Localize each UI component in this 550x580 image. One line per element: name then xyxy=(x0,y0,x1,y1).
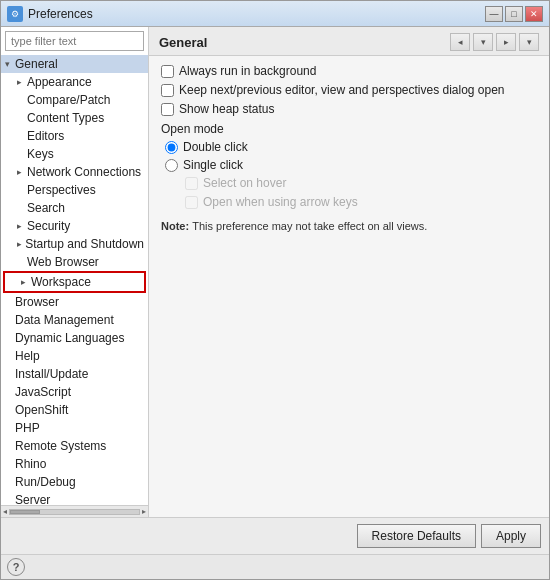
tree-arrow-appearance xyxy=(17,77,27,87)
tree-label-dynamic-languages: Dynamic Languages xyxy=(15,331,124,345)
tree-item-content-types[interactable]: Content Types xyxy=(1,109,148,127)
tree-item-startup-shutdown[interactable]: Startup and Shutdown xyxy=(1,235,148,253)
checkbox-show-heap[interactable] xyxy=(161,103,174,116)
tree-container: GeneralAppearanceCompare/PatchContent Ty… xyxy=(1,55,148,505)
tree-item-javascript[interactable]: JavaScript xyxy=(1,383,148,401)
checkbox-always-run[interactable] xyxy=(161,65,174,78)
radio-double-click[interactable] xyxy=(165,141,178,154)
tree-label-remote-systems: Remote Systems xyxy=(15,439,106,453)
tree-item-security[interactable]: Security xyxy=(1,217,148,235)
tree-label-php: PHP xyxy=(15,421,40,435)
sub-checkbox-select-on-hover xyxy=(185,177,198,190)
tree-item-install-update[interactable]: Install/Update xyxy=(1,365,148,383)
sub-option-row-open-arrow-keys: Open when using arrow keys xyxy=(185,195,537,209)
checkbox-row-always-run: Always run in background xyxy=(161,64,537,78)
tree-label-perspectives: Perspectives xyxy=(27,183,96,197)
tree-item-run-debug[interactable]: Run/Debug xyxy=(1,473,148,491)
radio-single-click[interactable] xyxy=(165,159,178,172)
tree-label-openshift: OpenShift xyxy=(15,403,68,417)
left-panel: GeneralAppearanceCompare/PatchContent Ty… xyxy=(1,27,149,517)
tree-item-general[interactable]: General xyxy=(1,55,148,73)
scroll-left-arrow[interactable]: ◂ xyxy=(3,507,7,516)
tree-label-help: Help xyxy=(15,349,40,363)
sub-checkbox-open-arrow-keys xyxy=(185,196,198,209)
section-title: General xyxy=(159,35,207,50)
tree-arrow-workspace xyxy=(21,277,31,287)
tree-label-search: Search xyxy=(27,201,65,215)
nav-dropdown2-button[interactable]: ▾ xyxy=(519,33,539,51)
titlebar-controls[interactable]: — □ ✕ xyxy=(485,6,543,22)
nav-dropdown-button[interactable]: ▾ xyxy=(473,33,493,51)
tree-item-data-management[interactable]: Data Management xyxy=(1,311,148,329)
tree-item-appearance[interactable]: Appearance xyxy=(1,73,148,91)
radio-row-single-click: Single click xyxy=(165,158,537,172)
bottom-bar: Restore Defaults Apply xyxy=(1,517,549,554)
tree-label-security: Security xyxy=(27,219,70,233)
tree-item-workspace[interactable]: Workspace xyxy=(3,271,146,293)
right-panel: General ◂ ▾ ▸ ▾ Always run in background… xyxy=(149,27,549,517)
tree-item-dynamic-languages[interactable]: Dynamic Languages xyxy=(1,329,148,347)
maximize-button[interactable]: □ xyxy=(505,6,523,22)
radio-row-double-click: Double click xyxy=(165,140,537,154)
tree-label-keys: Keys xyxy=(27,147,54,161)
scroll-thumb[interactable] xyxy=(10,510,40,514)
tree-label-data-management: Data Management xyxy=(15,313,114,327)
tree-label-javascript: JavaScript xyxy=(15,385,71,399)
window-title: Preferences xyxy=(28,7,93,21)
sub-label-select-on-hover: Select on hover xyxy=(203,176,286,190)
tree-item-compare-patch[interactable]: Compare/Patch xyxy=(1,91,148,109)
restore-defaults-button[interactable]: Restore Defaults xyxy=(357,524,476,548)
tree-item-search[interactable]: Search xyxy=(1,199,148,217)
help-button[interactable]: ? xyxy=(7,558,25,576)
tree-label-run-debug: Run/Debug xyxy=(15,475,76,489)
horizontal-scrollbar[interactable]: ◂ ▸ xyxy=(1,505,148,517)
nav-forward-button[interactable]: ▸ xyxy=(496,33,516,51)
tree-label-network-connections: Network Connections xyxy=(27,165,141,179)
nav-back-button[interactable]: ◂ xyxy=(450,33,470,51)
tree-label-general: General xyxy=(15,57,58,71)
tree-item-browser[interactable]: Browser xyxy=(1,293,148,311)
filter-input[interactable] xyxy=(5,31,144,51)
tree-item-perspectives[interactable]: Perspectives xyxy=(1,181,148,199)
close-button[interactable]: ✕ xyxy=(525,6,543,22)
checkbox-label-always-run: Always run in background xyxy=(179,64,316,78)
checkbox-row-show-heap: Show heap status xyxy=(161,102,537,116)
tree-item-keys[interactable]: Keys xyxy=(1,145,148,163)
help-bar: ? xyxy=(1,554,549,579)
tree-arrow-security xyxy=(17,221,27,231)
titlebar: ⚙ Preferences — □ ✕ xyxy=(1,1,549,27)
window-icon: ⚙ xyxy=(7,6,23,22)
titlebar-left: ⚙ Preferences xyxy=(7,6,93,22)
open-mode-radio-group: Double clickSingle clickSelect on hoverO… xyxy=(165,140,537,209)
checkbox-keep-next-prev[interactable] xyxy=(161,84,174,97)
minimize-button[interactable]: — xyxy=(485,6,503,22)
scroll-right-arrow[interactable]: ▸ xyxy=(142,507,146,516)
tree-item-remote-systems[interactable]: Remote Systems xyxy=(1,437,148,455)
tree-label-compare-patch: Compare/Patch xyxy=(27,93,110,107)
tree-item-help[interactable]: Help xyxy=(1,347,148,365)
tree-item-rhino[interactable]: Rhino xyxy=(1,455,148,473)
radio-label-single-click: Single click xyxy=(183,158,243,172)
header-icons: ◂ ▾ ▸ ▾ xyxy=(450,33,539,51)
checkbox-label-keep-next-prev: Keep next/previous editor, view and pers… xyxy=(179,83,505,97)
tree-arrow-network-connections xyxy=(17,167,27,177)
checkbox-row-keep-next-prev: Keep next/previous editor, view and pers… xyxy=(161,83,537,97)
open-mode-label: Open mode xyxy=(161,122,537,136)
tree-label-workspace: Workspace xyxy=(31,275,91,289)
radio-label-double-click: Double click xyxy=(183,140,248,154)
apply-button[interactable]: Apply xyxy=(481,524,541,548)
scroll-track[interactable] xyxy=(9,509,140,515)
tree-item-server[interactable]: Server xyxy=(1,491,148,505)
sub-label-open-arrow-keys: Open when using arrow keys xyxy=(203,195,358,209)
sub-option-row-select-on-hover: Select on hover xyxy=(185,176,537,190)
main-content: GeneralAppearanceCompare/PatchContent Ty… xyxy=(1,27,549,517)
tree-item-network-connections[interactable]: Network Connections xyxy=(1,163,148,181)
tree-label-content-types: Content Types xyxy=(27,111,104,125)
tree-item-openshift[interactable]: OpenShift xyxy=(1,401,148,419)
tree-item-php[interactable]: PHP xyxy=(1,419,148,437)
tree-item-web-browser[interactable]: Web Browser xyxy=(1,253,148,271)
tree-label-install-update: Install/Update xyxy=(15,367,88,381)
tree-arrow-startup-shutdown xyxy=(17,239,25,249)
tree-item-editors[interactable]: Editors xyxy=(1,127,148,145)
checkbox-label-show-heap: Show heap status xyxy=(179,102,274,116)
